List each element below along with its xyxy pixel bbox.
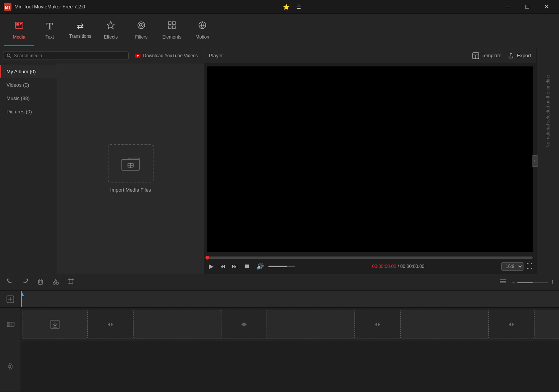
delete-button[interactable] bbox=[35, 276, 46, 289]
transition-clip[interactable] bbox=[87, 310, 133, 339]
zoom-in-button[interactable]: + bbox=[550, 278, 554, 286]
transition-icon bbox=[373, 320, 382, 329]
playhead[interactable] bbox=[21, 291, 22, 307]
media-label: Media bbox=[13, 34, 26, 40]
svg-rect-13 bbox=[173, 26, 175, 29]
volume-slider[interactable] bbox=[268, 266, 295, 267]
empty-clip[interactable] bbox=[534, 310, 559, 339]
svg-marker-6 bbox=[107, 21, 115, 29]
toolbar-item-motion[interactable]: Motion bbox=[187, 16, 218, 46]
media-toolbar: Download YouTube Videos bbox=[0, 48, 204, 63]
svg-point-16 bbox=[7, 54, 10, 57]
template-icon bbox=[472, 52, 479, 59]
time-display: 00:00:00.00 / 00:00:00.00 bbox=[298, 263, 498, 269]
volume-fill bbox=[268, 266, 287, 267]
transition-icon bbox=[106, 320, 115, 329]
transition-clip[interactable] bbox=[355, 310, 401, 339]
left-body: My Album (0) Videos (0) Music (88) Pictu… bbox=[0, 63, 204, 274]
transition-clip[interactable] bbox=[221, 310, 267, 339]
sidebar-pictures-label: Pictures (0) bbox=[6, 109, 32, 115]
fullscreen-button[interactable]: ⛶ bbox=[527, 263, 533, 270]
video-clip[interactable] bbox=[23, 310, 87, 339]
sidebar-item-videos[interactable]: Videos (0) bbox=[0, 78, 57, 92]
timeline-toolbar: − + bbox=[0, 274, 559, 291]
export-button[interactable]: Export bbox=[507, 52, 531, 59]
timeline-toolbar-right: − + bbox=[498, 276, 554, 289]
export-label: Export bbox=[517, 53, 531, 58]
search-icon bbox=[6, 53, 11, 58]
minimize-button[interactable]: ─ bbox=[499, 0, 517, 14]
svg-rect-10 bbox=[168, 22, 171, 24]
toolbar-item-elements[interactable]: Elements bbox=[157, 16, 187, 46]
main-content: Download YouTube Videos My Album (0) Vid… bbox=[0, 48, 559, 274]
elements-label: Elements bbox=[162, 34, 181, 40]
next-frame-button[interactable]: ⏭ bbox=[230, 262, 239, 271]
toolbar-item-effects[interactable]: Effects bbox=[95, 16, 126, 46]
progress-thumb bbox=[205, 256, 209, 260]
redo-button[interactable] bbox=[20, 276, 31, 289]
toolbar-item-transitions[interactable]: ⇄ Transitions bbox=[65, 16, 95, 46]
toolbar-item-text[interactable]: T Text bbox=[34, 16, 65, 46]
effects-label: Effects bbox=[104, 34, 118, 40]
maximize-button[interactable]: □ bbox=[519, 0, 536, 14]
download-youtube-button[interactable]: Download YouTube Videos bbox=[132, 51, 201, 60]
toolbar-item-media[interactable]: Media bbox=[4, 16, 34, 46]
fit-tracks-button[interactable] bbox=[498, 276, 508, 289]
empty-clip[interactable] bbox=[401, 310, 488, 339]
empty-clip[interactable] bbox=[267, 310, 355, 339]
play-button[interactable]: ▶ bbox=[207, 262, 215, 271]
motion-label: Motion bbox=[195, 34, 209, 40]
no-material-text: No material selected on the timeline bbox=[541, 75, 554, 148]
toolbar-item-filters[interactable]: Filters bbox=[126, 16, 157, 46]
player-title: Player bbox=[209, 53, 223, 58]
svg-rect-3 bbox=[16, 23, 19, 26]
close-button[interactable]: ✕ bbox=[538, 0, 555, 14]
sidebar-item-my-album[interactable]: My Album (0) bbox=[0, 65, 57, 78]
search-input-wrap bbox=[3, 52, 129, 60]
zoom-out-button[interactable]: − bbox=[511, 278, 515, 286]
timeline: − + bbox=[0, 274, 559, 392]
svg-line-34 bbox=[56, 280, 57, 282]
total-time: / 00:00:00.00 bbox=[397, 264, 424, 269]
current-time: 00:00:00.00 bbox=[372, 264, 396, 269]
import-media-label: Import Media Files bbox=[110, 187, 151, 193]
cut-button[interactable] bbox=[50, 276, 61, 289]
media-content: Import Media Files bbox=[57, 63, 204, 274]
title-bar: MT MiniTool MovieMaker Free 7.2.0 ⭐ ☰ ─ … bbox=[0, 0, 559, 14]
timeline-track-controls bbox=[0, 291, 21, 392]
collapse-panel-button[interactable]: › bbox=[532, 155, 538, 167]
zoom-slider-wrap: − + bbox=[511, 278, 554, 286]
stop-button[interactable]: ⏹ bbox=[242, 262, 252, 271]
volume-button[interactable]: 🔊 bbox=[255, 262, 265, 271]
audio-track-icon bbox=[7, 363, 15, 370]
empty-clip[interactable] bbox=[133, 310, 221, 339]
title-bar-left: MT MiniTool MovieMaker Free 7.2.0 bbox=[4, 3, 85, 11]
transition-clip[interactable] bbox=[488, 310, 534, 339]
settings-icon[interactable]: ⭐ bbox=[281, 2, 292, 11]
import-media-box[interactable]: Import Media Files bbox=[108, 144, 153, 193]
hamburger-menu-icon[interactable]: ☰ bbox=[294, 2, 304, 11]
download-clip-icon bbox=[49, 319, 61, 330]
crop-button[interactable] bbox=[66, 276, 76, 289]
svg-text:MT: MT bbox=[5, 5, 10, 10]
player-panel: Player Template Export bbox=[204, 48, 536, 274]
download-youtube-label: Download YouTube Videos bbox=[143, 53, 198, 58]
aspect-ratio-select[interactable]: 16:9 9:16 1:1 4:3 21:9 bbox=[501, 262, 523, 271]
undo-button[interactable] bbox=[5, 276, 15, 289]
svg-rect-12 bbox=[168, 26, 171, 29]
player-header-right: Template Export bbox=[472, 52, 531, 59]
sidebar-item-pictures[interactable]: Pictures (0) bbox=[0, 105, 57, 118]
search-input[interactable] bbox=[14, 53, 125, 58]
prev-frame-button[interactable]: ⏮ bbox=[218, 262, 227, 271]
sidebar-videos-label: Videos (0) bbox=[6, 82, 29, 88]
add-track-button[interactable] bbox=[0, 291, 21, 308]
filters-icon bbox=[137, 21, 146, 32]
progress-bar[interactable] bbox=[207, 256, 533, 259]
svg-point-9 bbox=[141, 24, 142, 26]
template-button[interactable]: Template bbox=[472, 52, 502, 59]
zoom-slider[interactable] bbox=[517, 282, 548, 283]
sidebar-item-music[interactable]: Music (88) bbox=[0, 92, 57, 105]
elements-icon bbox=[167, 21, 176, 32]
template-label: Template bbox=[481, 53, 502, 58]
zoom-fill bbox=[517, 282, 533, 283]
